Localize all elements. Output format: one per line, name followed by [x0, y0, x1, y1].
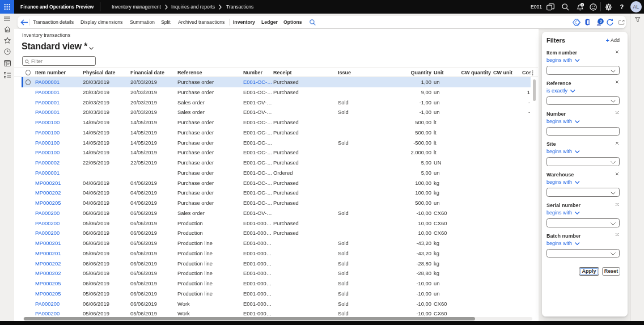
svg-text:0: 0 — [600, 19, 602, 23]
svg-text:2: 2 — [581, 3, 583, 7]
